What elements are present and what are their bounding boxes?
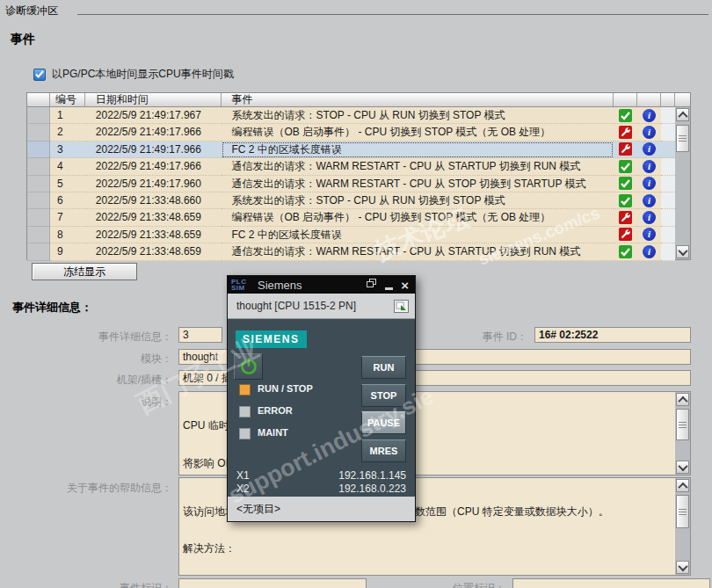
ok-check-icon (619, 160, 632, 173)
table-row-selected[interactable]: 3 2022/5/9 21:49:17.966 FC 2 中的区域长度错误 i (27, 142, 675, 158)
event-number: 3 (50, 142, 85, 158)
header-gutter (27, 93, 50, 107)
ok-check-icon (619, 109, 632, 122)
row-gutter (27, 158, 50, 175)
event-text: FC 2 中的区域长度错误 (222, 227, 614, 243)
pg-pc-time-checkbox[interactable] (33, 69, 46, 81)
table-row[interactable]: 4 2022/5/9 21:49:17.966 通信发出的请求：WARM RES… (27, 158, 675, 175)
table-row[interactable]: 2 2022/5/9 21:49:17.966 编程错误（OB 启动事件） - … (27, 124, 675, 141)
header-datetime[interactable]: 日期和时间 (85, 93, 222, 107)
info-icon[interactable]: i (643, 142, 656, 156)
plcsim-titlebar[interactable]: PLCSIM Siemens × (228, 276, 415, 294)
event-text: 通信发出的请求：WARM RESTART - CPU 从 STARTUP 切换到… (222, 158, 614, 175)
scroll-thumb[interactable] (676, 125, 689, 152)
info-icon[interactable]: i (643, 194, 656, 207)
error-wrench-icon (619, 228, 632, 241)
info-icon[interactable]: i (643, 211, 656, 224)
diagnostics-buffer-pane: 诊断缓冲区 事件 以PG/PC本地时间显示CPU事件时间戳 编号 日期和时间 事… (0, 0, 712, 588)
row-spare-cell (661, 107, 675, 124)
row-gutter (27, 243, 50, 260)
row-gutter (27, 192, 50, 209)
scroll-down-button[interactable] (676, 245, 689, 258)
info-icon[interactable]: i (643, 109, 656, 122)
help-scrollbar[interactable] (675, 478, 690, 575)
row-spare-cell (661, 243, 675, 260)
plcsim-window-title: Siemens (258, 279, 367, 292)
ok-check-icon (619, 177, 632, 190)
table-row[interactable]: 8 2022/5/9 21:33:48.659 FC 2 中的区域长度错误 i (27, 227, 675, 243)
siemens-brand-badge: SIEMENS (236, 330, 307, 348)
help-line: 解决方法： (183, 542, 672, 555)
scroll-up-button[interactable] (676, 108, 689, 121)
row-gutter (27, 209, 50, 226)
header-event[interactable]: 事件 (222, 93, 614, 107)
close-window-icon[interactable]: × (401, 279, 409, 292)
error-led (239, 406, 251, 417)
mres-button[interactable]: MRES (361, 439, 406, 462)
event-text: 编程错误（OB 启动事件） - CPU 切换到 STOP 模式（无 OB 处理） (222, 209, 614, 226)
power-button[interactable] (234, 353, 263, 380)
run-button[interactable]: RUN (361, 356, 406, 379)
pane-title: 诊断缓冲区 (5, 4, 58, 18)
power-icon (239, 357, 258, 376)
event-text: 系统发出的请求：STOP - CPU 从 RUN 切换到 STOP 模式 (222, 192, 614, 209)
restore-window-icon[interactable] (367, 279, 377, 291)
scroll-up-button[interactable] (676, 393, 689, 406)
bottom-right-field[interactable] (512, 578, 710, 588)
scroll-thumb[interactable] (676, 409, 689, 440)
event-id-field[interactable]: 16# 02:2522 (534, 327, 691, 343)
scroll-up-button[interactable] (676, 479, 689, 492)
info-icon[interactable]: i (643, 228, 656, 241)
error-wrench-icon (619, 126, 632, 139)
info-icon[interactable]: i (643, 160, 656, 173)
scroll-thumb[interactable] (676, 495, 689, 528)
event-id-label: 事件 ID： (418, 330, 527, 345)
bottom-right-label: 位置标识： (378, 581, 505, 588)
bottom-left-field[interactable] (178, 578, 367, 588)
info-icon[interactable]: i (643, 126, 656, 139)
row-spare-cell (661, 142, 675, 158)
scroll-down-button[interactable] (676, 461, 689, 474)
pause-button[interactable]: PAUSE (361, 411, 406, 434)
table-row[interactable]: 9 2022/5/9 21:33:48.659 通信发出的请求：WARM RES… (27, 243, 675, 260)
event-datetime: 2022/5/9 21:49:17.966 (85, 158, 222, 175)
detail-number-label: 事件详细信息： (0, 330, 172, 345)
table-row[interactable]: 6 2022/5/9 21:33:48.660 系统发出的请求：STOP - C… (27, 192, 675, 209)
table-row[interactable]: 1 2022/5/9 21:49:17.967 系统发出的请求：STOP - C… (27, 107, 675, 124)
info-icon[interactable]: i (643, 177, 656, 190)
minimize-window-icon[interactable] (385, 287, 393, 290)
header-spare (661, 93, 675, 107)
compact-view-icon[interactable] (394, 300, 409, 316)
description-scrollbar[interactable] (675, 392, 690, 475)
row-gutter (27, 124, 50, 141)
events-table: 编号 日期和时间 事件 1 2022/5/9 21:49:17.967 系统发出… (26, 92, 691, 260)
plcsim-window: PLCSIM Siemens × thought [CPU 1515-2 PN]… (227, 275, 416, 522)
table-scrollbar[interactable] (675, 107, 690, 259)
event-text: 系统发出的请求：STOP - CPU 从 RUN 切换到 STOP 模式 (222, 107, 614, 124)
title-underline (77, 14, 708, 15)
scroll-down-button[interactable] (676, 561, 689, 574)
plcsim-project-name: <无项目> (236, 502, 280, 517)
detail-number-field[interactable]: 3 (178, 327, 222, 343)
freeze-display-button[interactable]: 冻结显示 (32, 263, 137, 280)
interface-x1-ip: 192.168.1.145 (338, 469, 406, 482)
event-number: 9 (50, 243, 85, 260)
info-icon[interactable]: i (643, 245, 656, 258)
event-datetime: 2022/5/9 21:33:48.659 (85, 227, 222, 243)
row-gutter (27, 227, 50, 243)
table-row[interactable]: 5 2022/5/9 21:49:17.960 通信发出的请求：WARM RES… (27, 176, 675, 192)
event-datetime: 2022/5/9 21:49:17.967 (85, 107, 222, 124)
rack-slot-label: 机架/插槽： (0, 373, 172, 388)
events-heading: 事件 (11, 32, 35, 47)
row-spare-cell (661, 124, 675, 141)
stop-button[interactable]: STOP (361, 384, 406, 407)
bottom-left-label: 事件标识： (0, 581, 172, 588)
event-number: 1 (50, 107, 85, 124)
run-stop-led-label: RUN / STOP (258, 383, 313, 394)
pg-pc-time-checkbox-label: 以PG/PC本地时间显示CPU事件时间戳 (52, 67, 234, 82)
maint-led (239, 428, 251, 439)
table-row[interactable]: 7 2022/5/9 21:33:48.659 编程错误（OB 启动事件） - … (27, 209, 675, 226)
event-datetime: 2022/5/9 21:49:17.966 (85, 124, 222, 141)
interface-x2-name: X2 (236, 483, 250, 495)
header-number[interactable]: 编号 (50, 93, 85, 107)
